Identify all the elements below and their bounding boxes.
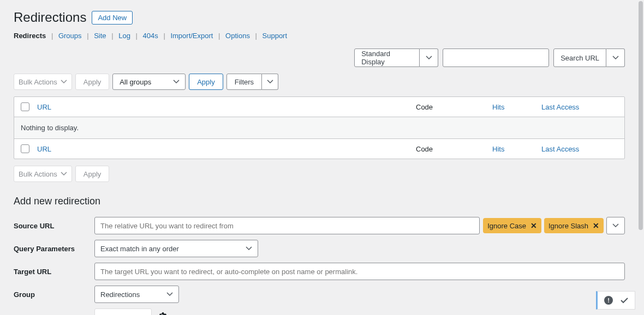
subnav-groups[interactable]: Groups xyxy=(58,32,82,40)
group-filter-select[interactable]: All groups xyxy=(112,74,186,90)
filters-caret[interactable] xyxy=(262,74,278,90)
target-url-input[interactable] xyxy=(94,263,625,280)
table-empty-message: Nothing to display. xyxy=(14,117,624,138)
separator: | xyxy=(255,32,257,40)
column-code-footer: Code xyxy=(416,145,492,153)
subnav-404s[interactable]: 404s xyxy=(143,32,158,40)
column-last-access[interactable]: Last Access xyxy=(541,103,579,111)
source-url-label: Source URL xyxy=(14,222,94,230)
subnav-redirects[interactable]: Redirects xyxy=(14,32,46,40)
page-title: Redirections xyxy=(14,10,86,25)
pill-label: Ignore Case xyxy=(487,222,526,230)
bulk-actions-label: Bulk Actions xyxy=(19,78,57,86)
search-url-caret[interactable] xyxy=(606,49,625,67)
query-parameters-value: Exact match in any order xyxy=(100,245,179,253)
select-all-checkbox-footer[interactable] xyxy=(21,144,29,153)
alert-icon[interactable]: ! xyxy=(604,296,613,305)
scrollbar-thumb[interactable] xyxy=(639,1,643,230)
close-icon[interactable]: ✕ xyxy=(593,221,599,230)
close-icon[interactable]: ✕ xyxy=(530,221,537,230)
column-url-footer[interactable]: URL xyxy=(37,145,51,153)
chevron-down-icon xyxy=(61,171,67,177)
chevron-down-icon xyxy=(246,245,252,252)
status-bar: ! xyxy=(596,291,635,310)
subnav-log[interactable]: Log xyxy=(118,32,130,40)
form-heading: Add new redirection xyxy=(14,196,625,207)
group-label: Group xyxy=(14,290,94,299)
column-hits-footer[interactable]: Hits xyxy=(492,145,504,153)
apply-filter-button[interactable]: Apply xyxy=(189,74,223,90)
chevron-down-icon xyxy=(612,54,619,61)
table-header-row: URL Code Hits Last Access xyxy=(14,97,624,117)
separator: | xyxy=(87,32,88,40)
column-url[interactable]: URL xyxy=(37,103,51,111)
ignore-case-pill[interactable]: Ignore Case ✕ xyxy=(483,218,541,233)
bulk-actions-select-bottom[interactable]: Bulk Actions xyxy=(14,166,72,182)
url-options-dropdown[interactable] xyxy=(606,217,625,234)
group-value: Redirections xyxy=(100,290,140,299)
pill-label: Ignore Slash xyxy=(548,222,588,230)
check-icon[interactable] xyxy=(621,296,628,304)
separator: | xyxy=(51,32,53,40)
chevron-down-icon xyxy=(61,78,67,85)
search-input[interactable] xyxy=(443,49,549,67)
column-code: Code xyxy=(416,103,492,111)
separator: | xyxy=(218,32,220,40)
select-all-checkbox[interactable] xyxy=(21,102,29,111)
sub-navigation: Redirects | Groups | Site | Log | 404s |… xyxy=(14,32,625,40)
gear-icon[interactable] xyxy=(157,311,167,316)
add-redirect-button[interactable]: Add Redirect xyxy=(94,308,152,315)
display-mode-select[interactable]: Standard Display xyxy=(354,49,420,67)
display-mode-caret[interactable] xyxy=(420,49,438,67)
apply-bulk-button[interactable]: Apply xyxy=(75,74,110,90)
table-footer-row: URL Code Hits Last Access xyxy=(14,138,624,159)
separator: | xyxy=(163,32,165,40)
chevron-down-icon xyxy=(267,78,273,85)
filters-button[interactable]: Filters xyxy=(226,74,262,90)
bulk-actions-select[interactable]: Bulk Actions xyxy=(14,74,72,90)
subnav-site[interactable]: Site xyxy=(94,32,106,40)
ignore-slash-pill[interactable]: Ignore Slash ✕ xyxy=(544,218,604,233)
search-url-button[interactable]: Search URL xyxy=(553,49,606,67)
subnav-import-export[interactable]: Import/Export xyxy=(170,32,213,40)
chevron-down-icon xyxy=(612,222,619,229)
chevron-down-icon xyxy=(426,54,432,61)
apply-bulk-button-bottom[interactable]: Apply xyxy=(75,166,110,182)
column-hits[interactable]: Hits xyxy=(492,103,504,111)
query-parameters-label: Query Parameters xyxy=(14,245,94,253)
column-last-access-footer[interactable]: Last Access xyxy=(541,145,579,153)
bulk-actions-label: Bulk Actions xyxy=(19,170,57,178)
subnav-support[interactable]: Support xyxy=(263,32,288,40)
subnav-options[interactable]: Options xyxy=(225,32,250,40)
group-filter-label: All groups xyxy=(120,78,151,86)
add-new-button[interactable]: Add New xyxy=(92,11,133,25)
separator: | xyxy=(111,32,113,40)
group-select[interactable]: Redirections xyxy=(94,286,179,303)
chevron-down-icon xyxy=(173,78,180,85)
separator: | xyxy=(136,32,138,40)
source-url-input[interactable] xyxy=(94,217,480,234)
chevron-down-icon xyxy=(166,291,173,298)
scrollbar[interactable] xyxy=(637,0,644,315)
target-url-label: Target URL xyxy=(14,268,94,276)
query-parameters-select[interactable]: Exact match in any order xyxy=(94,240,258,257)
